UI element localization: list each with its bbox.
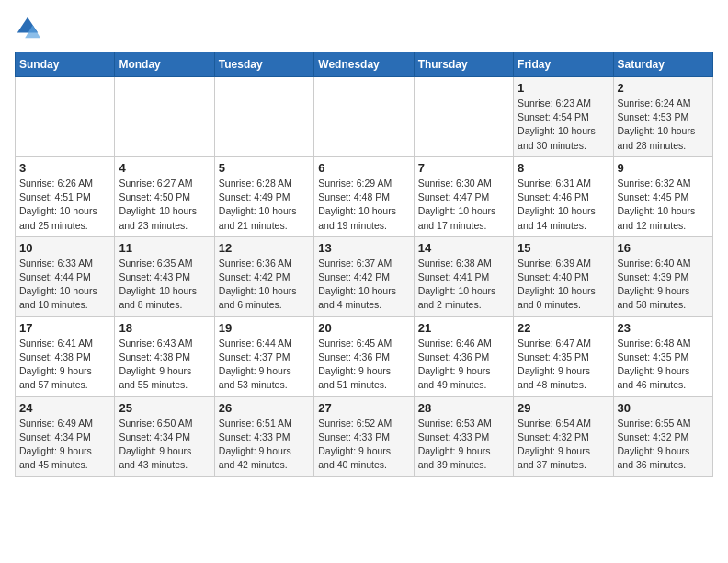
calendar-cell: 12Sunrise: 6:36 AM Sunset: 4:42 PM Dayli… — [214, 236, 313, 316]
day-info: Sunrise: 6:26 AM Sunset: 4:51 PM Dayligh… — [19, 177, 110, 233]
day-info: Sunrise: 6:33 AM Sunset: 4:44 PM Dayligh… — [19, 257, 110, 313]
header-wednesday: Wednesday — [314, 52, 414, 77]
day-info: Sunrise: 6:50 AM Sunset: 4:34 PM Dayligh… — [119, 417, 210, 473]
calendar-cell: 28Sunrise: 6:53 AM Sunset: 4:33 PM Dayli… — [414, 396, 513, 477]
day-number: 16 — [618, 241, 709, 255]
day-info: Sunrise: 6:36 AM Sunset: 4:42 PM Dayligh… — [219, 257, 310, 313]
day-info: Sunrise: 6:23 AM Sunset: 4:54 PM Dayligh… — [518, 97, 609, 153]
day-info: Sunrise: 6:40 AM Sunset: 4:39 PM Dayligh… — [618, 257, 709, 313]
day-info: Sunrise: 6:28 AM Sunset: 4:49 PM Dayligh… — [219, 177, 310, 233]
day-info: Sunrise: 6:54 AM Sunset: 4:32 PM Dayligh… — [518, 417, 609, 473]
calendar-cell: 2Sunrise: 6:24 AM Sunset: 4:53 PM Daylig… — [613, 77, 712, 157]
day-info: Sunrise: 6:30 AM Sunset: 4:47 PM Dayligh… — [418, 177, 509, 233]
day-info: Sunrise: 6:44 AM Sunset: 4:37 PM Dayligh… — [219, 337, 310, 393]
day-number: 4 — [119, 161, 210, 175]
calendar-week-row: 17Sunrise: 6:41 AM Sunset: 4:38 PM Dayli… — [16, 316, 713, 396]
day-number: 8 — [518, 161, 609, 175]
day-info: Sunrise: 6:37 AM Sunset: 4:42 PM Dayligh… — [318, 257, 409, 313]
day-number: 27 — [318, 401, 409, 415]
day-info: Sunrise: 6:48 AM Sunset: 4:35 PM Dayligh… — [618, 337, 709, 393]
day-number: 11 — [119, 241, 210, 255]
calendar-cell: 20Sunrise: 6:45 AM Sunset: 4:36 PM Dayli… — [314, 316, 414, 396]
day-number: 23 — [618, 321, 709, 335]
day-info: Sunrise: 6:52 AM Sunset: 4:33 PM Dayligh… — [318, 417, 409, 473]
day-number: 1 — [518, 81, 609, 95]
calendar-cell: 13Sunrise: 6:37 AM Sunset: 4:42 PM Dayli… — [314, 236, 414, 316]
calendar-cell: 1Sunrise: 6:23 AM Sunset: 4:54 PM Daylig… — [514, 77, 613, 157]
calendar-cell: 17Sunrise: 6:41 AM Sunset: 4:38 PM Dayli… — [16, 316, 115, 396]
day-number: 26 — [219, 401, 310, 415]
calendar-cell: 8Sunrise: 6:31 AM Sunset: 4:46 PM Daylig… — [514, 156, 613, 236]
calendar-cell: 6Sunrise: 6:29 AM Sunset: 4:48 PM Daylig… — [314, 156, 414, 236]
calendar-cell: 3Sunrise: 6:26 AM Sunset: 4:51 PM Daylig… — [16, 156, 115, 236]
day-number: 5 — [219, 161, 310, 175]
calendar-cell: 19Sunrise: 6:44 AM Sunset: 4:37 PM Dayli… — [214, 316, 313, 396]
calendar-cell — [115, 77, 214, 157]
calendar-cell: 11Sunrise: 6:35 AM Sunset: 4:43 PM Dayli… — [115, 236, 214, 316]
calendar-cell: 29Sunrise: 6:54 AM Sunset: 4:32 PM Dayli… — [514, 396, 613, 477]
day-number: 30 — [618, 401, 709, 415]
day-info: Sunrise: 6:49 AM Sunset: 4:34 PM Dayligh… — [19, 417, 110, 473]
day-number: 22 — [518, 321, 609, 335]
calendar-cell — [16, 77, 115, 157]
calendar-cell: 4Sunrise: 6:27 AM Sunset: 4:50 PM Daylig… — [115, 156, 214, 236]
calendar-cell — [414, 77, 513, 157]
calendar-cell: 27Sunrise: 6:52 AM Sunset: 4:33 PM Dayli… — [314, 396, 414, 477]
day-info: Sunrise: 6:24 AM Sunset: 4:53 PM Dayligh… — [618, 97, 709, 153]
day-info: Sunrise: 6:46 AM Sunset: 4:36 PM Dayligh… — [418, 337, 509, 393]
day-number: 24 — [19, 401, 110, 415]
day-info: Sunrise: 6:29 AM Sunset: 4:48 PM Dayligh… — [318, 177, 409, 233]
calendar-cell: 22Sunrise: 6:47 AM Sunset: 4:35 PM Dayli… — [514, 316, 613, 396]
day-number: 29 — [518, 401, 609, 415]
day-number: 25 — [119, 401, 210, 415]
day-info: Sunrise: 6:47 AM Sunset: 4:35 PM Dayligh… — [518, 337, 609, 393]
calendar-cell: 21Sunrise: 6:46 AM Sunset: 4:36 PM Dayli… — [414, 316, 513, 396]
calendar-cell — [214, 77, 313, 157]
calendar-week-row: 10Sunrise: 6:33 AM Sunset: 4:44 PM Dayli… — [16, 236, 713, 316]
day-info: Sunrise: 6:31 AM Sunset: 4:46 PM Dayligh… — [518, 177, 609, 233]
day-number: 9 — [618, 161, 709, 175]
calendar-cell: 24Sunrise: 6:49 AM Sunset: 4:34 PM Dayli… — [16, 396, 115, 477]
calendar-cell: 26Sunrise: 6:51 AM Sunset: 4:33 PM Dayli… — [214, 396, 313, 477]
logo — [15, 15, 44, 40]
calendar-cell: 15Sunrise: 6:39 AM Sunset: 4:40 PM Dayli… — [514, 236, 613, 316]
day-number: 7 — [418, 161, 509, 175]
header-monday: Monday — [115, 52, 214, 77]
calendar-cell: 23Sunrise: 6:48 AM Sunset: 4:35 PM Dayli… — [613, 316, 712, 396]
calendar-cell: 18Sunrise: 6:43 AM Sunset: 4:38 PM Dayli… — [115, 316, 214, 396]
day-number: 14 — [418, 241, 509, 255]
calendar-cell: 14Sunrise: 6:38 AM Sunset: 4:41 PM Dayli… — [414, 236, 513, 316]
day-info: Sunrise: 6:53 AM Sunset: 4:33 PM Dayligh… — [418, 417, 509, 473]
day-info: Sunrise: 6:27 AM Sunset: 4:50 PM Dayligh… — [119, 177, 210, 233]
header-friday: Friday — [514, 52, 613, 77]
day-info: Sunrise: 6:45 AM Sunset: 4:36 PM Dayligh… — [318, 337, 409, 393]
calendar-week-row: 1Sunrise: 6:23 AM Sunset: 4:54 PM Daylig… — [16, 77, 713, 157]
day-number: 19 — [219, 321, 310, 335]
day-number: 12 — [219, 241, 310, 255]
header-sunday: Sunday — [16, 52, 115, 77]
day-number: 13 — [318, 241, 409, 255]
header-tuesday: Tuesday — [214, 52, 313, 77]
day-info: Sunrise: 6:41 AM Sunset: 4:38 PM Dayligh… — [19, 337, 110, 393]
day-number: 28 — [418, 401, 509, 415]
calendar-cell: 25Sunrise: 6:50 AM Sunset: 4:34 PM Dayli… — [115, 396, 214, 477]
logo-icon — [15, 15, 40, 40]
calendar-cell: 5Sunrise: 6:28 AM Sunset: 4:49 PM Daylig… — [214, 156, 313, 236]
calendar-cell: 10Sunrise: 6:33 AM Sunset: 4:44 PM Dayli… — [16, 236, 115, 316]
calendar-cell: 30Sunrise: 6:55 AM Sunset: 4:32 PM Dayli… — [613, 396, 712, 477]
calendar-cell — [314, 77, 414, 157]
day-number: 21 — [418, 321, 509, 335]
day-number: 2 — [618, 81, 709, 95]
day-info: Sunrise: 6:51 AM Sunset: 4:33 PM Dayligh… — [219, 417, 310, 473]
calendar-header-row: SundayMondayTuesdayWednesdayThursdayFrid… — [16, 52, 713, 77]
header-thursday: Thursday — [414, 52, 513, 77]
day-number: 18 — [119, 321, 210, 335]
day-number: 6 — [318, 161, 409, 175]
calendar-week-row: 3Sunrise: 6:26 AM Sunset: 4:51 PM Daylig… — [16, 156, 713, 236]
calendar-cell: 9Sunrise: 6:32 AM Sunset: 4:45 PM Daylig… — [613, 156, 712, 236]
day-number: 20 — [318, 321, 409, 335]
day-number: 17 — [19, 321, 110, 335]
day-number: 3 — [19, 161, 110, 175]
day-info: Sunrise: 6:32 AM Sunset: 4:45 PM Dayligh… — [618, 177, 709, 233]
day-info: Sunrise: 6:55 AM Sunset: 4:32 PM Dayligh… — [618, 417, 709, 473]
